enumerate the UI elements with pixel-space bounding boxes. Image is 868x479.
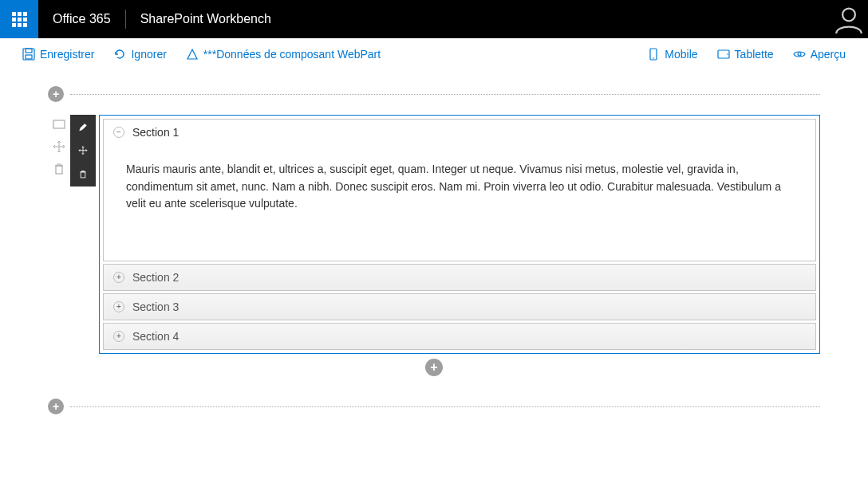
preview-button[interactable]: Aperçu xyxy=(783,43,855,65)
move-section-icon[interactable] xyxy=(53,140,65,153)
canvas: + − Section 1 Mauris mauris ante, blandi… xyxy=(0,70,868,446)
save-label: Enregistrer xyxy=(40,48,94,61)
user-avatar[interactable] xyxy=(830,0,868,38)
delete-webpart-icon[interactable] xyxy=(77,170,89,179)
app-launcher[interactable] xyxy=(0,0,38,38)
accordion-header-1[interactable]: − Section 1 xyxy=(103,119,816,145)
svg-rect-11 xyxy=(81,171,85,177)
add-section-bottom[interactable]: + xyxy=(48,399,820,414)
webpart-zone: − Section 1 Mauris mauris ante, blandit … xyxy=(48,115,820,354)
person-icon xyxy=(834,5,863,33)
svg-rect-3 xyxy=(26,55,32,59)
accordion-title: Section 1 xyxy=(132,126,179,139)
webpart-tools-dark xyxy=(70,115,96,186)
delete-section-icon[interactable] xyxy=(53,163,65,175)
svg-rect-1 xyxy=(23,49,34,60)
expand-icon: + xyxy=(113,272,124,283)
edit-webpart-icon[interactable] xyxy=(77,123,89,132)
svg-rect-10 xyxy=(56,166,62,174)
discard-label: Ignorer xyxy=(131,48,166,61)
accordion-header-3[interactable]: + Section 3 xyxy=(103,293,816,320)
suite-header: Office 365 SharePoint Workbench xyxy=(0,0,868,38)
eye-icon xyxy=(793,48,806,61)
accordion-panel-1: Mauris mauris ante, blandit et, ultrices… xyxy=(103,145,816,261)
svg-point-5 xyxy=(653,57,655,59)
webpart-data-button[interactable]: ***Données de composant WebPart xyxy=(176,43,390,65)
tablet-icon xyxy=(717,48,730,61)
move-webpart-icon[interactable] xyxy=(77,146,89,155)
section-tools-light xyxy=(48,115,70,354)
brand-name[interactable]: Office 365 xyxy=(38,12,125,26)
mobile-icon xyxy=(647,48,660,61)
accordion-title: Section 4 xyxy=(132,330,179,343)
add-icon: + xyxy=(48,399,64,414)
webpart-selected[interactable]: − Section 1 Mauris mauris ante, blandit … xyxy=(99,115,820,354)
expand-icon: + xyxy=(113,301,124,312)
edit-section-icon[interactable] xyxy=(53,118,65,131)
tablet-button[interactable]: Tablette xyxy=(708,43,783,65)
save-icon xyxy=(22,48,35,61)
command-bar: Enregistrer Ignorer ***Données de compos… xyxy=(0,38,868,70)
svg-point-0 xyxy=(842,9,855,22)
accordion: − Section 1 Mauris mauris ante, blandit … xyxy=(103,119,816,350)
svg-rect-9 xyxy=(53,120,65,128)
collapse-icon: − xyxy=(113,127,124,138)
svg-point-8 xyxy=(798,53,801,56)
accordion-content: Mauris mauris ante, blandit et, ultrices… xyxy=(126,163,781,210)
hint-dash xyxy=(70,94,820,95)
mobile-button[interactable]: Mobile xyxy=(637,43,707,65)
accordion-title: Section 2 xyxy=(132,271,179,284)
webpart-data-label: ***Données de composant WebPart xyxy=(203,48,381,61)
triangle-icon xyxy=(186,48,199,61)
accordion-header-4[interactable]: + Section 4 xyxy=(103,323,816,350)
mobile-label: Mobile xyxy=(665,48,697,61)
hint-dash xyxy=(70,406,820,407)
undo-icon xyxy=(113,48,126,61)
save-button[interactable]: Enregistrer xyxy=(13,43,104,65)
discard-button[interactable]: Ignorer xyxy=(104,43,176,65)
accordion-header-2[interactable]: + Section 2 xyxy=(103,264,816,291)
add-section-top[interactable]: + xyxy=(48,86,820,102)
svg-rect-2 xyxy=(26,49,32,53)
app-title: SharePoint Workbench xyxy=(126,12,286,26)
svg-point-7 xyxy=(727,53,728,55)
add-icon: + xyxy=(48,86,64,102)
add-webpart-below[interactable]: + xyxy=(48,359,820,376)
add-icon: + xyxy=(425,359,443,376)
waffle-icon xyxy=(12,12,27,27)
preview-label: Aperçu xyxy=(811,48,846,61)
expand-icon: + xyxy=(113,331,124,342)
accordion-title: Section 3 xyxy=(132,300,179,313)
tablet-label: Tablette xyxy=(735,48,774,61)
